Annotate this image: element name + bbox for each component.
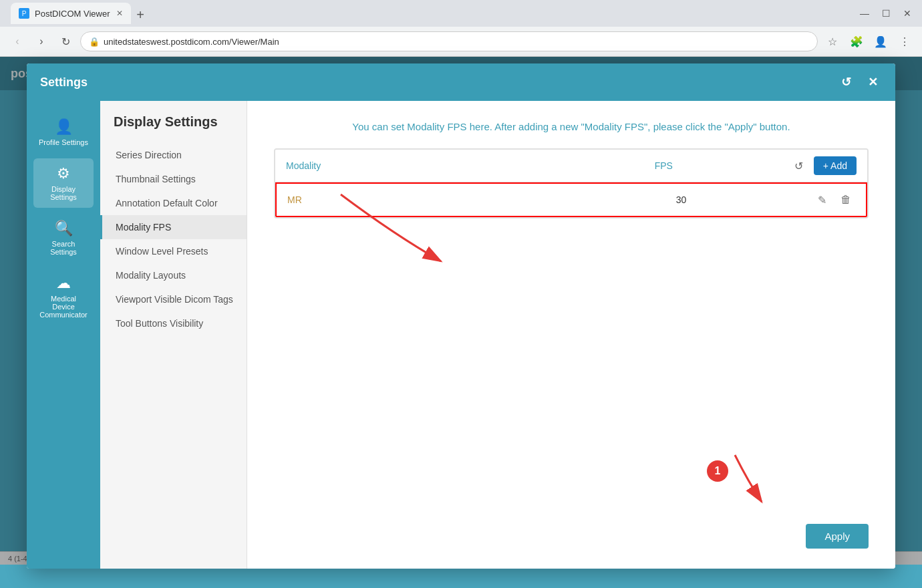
annotation-arrow-2 (695, 442, 828, 529)
address-bar[interactable]: 🔒 unitedstateswest.postdicom.com/Viewer/… (80, 31, 818, 51)
address-bar-row: ‹ › ↻ 🔒 unitedstateswest.postdicom.com/V… (0, 27, 922, 56)
fps-add-button[interactable]: + Add (814, 156, 857, 175)
sidebar-item-profile[interactable]: 👤 Profile Settings (33, 112, 94, 153)
fps-row-actions: ✎ 🗑 (812, 190, 855, 209)
info-text: You can set Modality FPS here. After add… (274, 121, 869, 132)
app-wrapper: postDICOM Settings ↺ ✕ 👤 Profile Setting… (0, 57, 922, 565)
sub-nav-tool-buttons-visibility[interactable]: Tool Buttons Visibility (100, 311, 247, 335)
forward-button[interactable]: › (32, 32, 51, 51)
profile-icon[interactable]: 👤 (871, 32, 890, 51)
sidebar-item-medical[interactable]: ☁ Medical Device Communicator (33, 268, 94, 325)
active-tab[interactable]: P PostDICOM Viewer ✕ (11, 3, 131, 24)
fps-table-header: Modality FPS ↺ + Add (275, 150, 867, 182)
sub-nav: Display Settings Series Direction Thumbn… (100, 101, 247, 569)
sidebar-item-display-label: Display Settings (39, 185, 88, 201)
browser-toolbar-icons: ☆ 🧩 👤 ⋮ (823, 32, 914, 51)
sub-nav-modality-layouts[interactable]: Modality Layouts (100, 263, 247, 287)
settings-modal-overlay: Settings ↺ ✕ 👤 Profile Settings ⚙ Dis (0, 57, 922, 565)
col-modality-header: Modality (286, 160, 538, 171)
search-settings-icon: 🔍 (55, 220, 73, 237)
window-close-button[interactable]: ✕ (898, 4, 917, 23)
title-bar: P PostDICOM Viewer ✕ + — ☐ ✕ (0, 0, 922, 27)
sub-nav-annotation-default-color[interactable]: Annotation Default Color (100, 191, 247, 215)
apply-button[interactable]: Apply (806, 524, 869, 549)
sub-nav-modality-fps[interactable]: Modality FPS (100, 215, 247, 239)
browser-chrome: P PostDICOM Viewer ✕ + — ☐ ✕ ‹ › ↻ 🔒 uni… (0, 0, 922, 57)
fps-row-fps: 30 (550, 194, 812, 205)
settings-reset-icon[interactable]: ↺ (836, 73, 855, 92)
settings-header-icons: ↺ ✕ (836, 73, 882, 92)
sidebar-item-display[interactable]: ⚙ Display Settings (33, 158, 94, 208)
sidebar-item-medical-label: Medical Device Communicator (39, 295, 88, 319)
fps-table-reset-icon[interactable]: ↺ (790, 156, 808, 175)
sub-nav-thumbnail-settings[interactable]: Thumbnail Settings (100, 167, 247, 191)
fps-row-modality: MR (287, 194, 550, 205)
display-settings-icon: ⚙ (57, 165, 70, 182)
sub-nav-series-direction[interactable]: Series Direction (100, 143, 247, 167)
fps-table: Modality FPS ↺ + Add MR 30 (274, 148, 869, 218)
sidebar-item-search[interactable]: 🔍 Search Settings (33, 213, 94, 263)
address-text: unitedstateswest.postdicom.com/Viewer/Ma… (104, 37, 279, 47)
sub-nav-window-level-presets[interactable]: Window Level Presets (100, 239, 247, 263)
settings-body: 👤 Profile Settings ⚙ Display Settings 🔍 … (27, 101, 895, 569)
maximize-button[interactable]: ☐ (877, 4, 895, 23)
back-button[interactable]: ‹ (8, 32, 27, 51)
fps-row-delete-button[interactable]: 🗑 (836, 190, 855, 209)
minimize-button[interactable]: — (855, 4, 874, 23)
profile-settings-icon: 👤 (55, 118, 73, 136)
settings-close-icon[interactable]: ✕ (863, 73, 882, 92)
sidebar-item-profile-label: Profile Settings (39, 138, 88, 146)
col-fps-header: FPS (538, 160, 790, 171)
settings-window: Settings ↺ ✕ 👤 Profile Settings ⚙ Dis (27, 63, 895, 569)
sidebar-item-search-label: Search Settings (39, 240, 88, 256)
main-panel: You can set Modality FPS here. After add… (247, 101, 895, 569)
menu-icon[interactable]: ⋮ (895, 32, 914, 51)
fps-header-actions: ↺ + Add (790, 156, 857, 175)
settings-sidebar: 👤 Profile Settings ⚙ Display Settings 🔍 … (27, 101, 100, 569)
extensions-icon[interactable]: 🧩 (847, 32, 866, 51)
fps-table-row: MR 30 ✎ 🗑 (275, 182, 867, 217)
fps-row-edit-button[interactable]: ✎ (812, 190, 831, 209)
reload-button[interactable]: ↻ (56, 32, 75, 51)
tab-favicon: P (19, 8, 29, 19)
settings-content: Display Settings Series Direction Thumbn… (100, 101, 895, 569)
tab-close-icon[interactable]: ✕ (116, 9, 123, 18)
bookmark-icon[interactable]: ☆ (823, 32, 842, 51)
tab-title: PostDICOM Viewer (35, 9, 110, 19)
sub-nav-viewport-visible-dicom-tags[interactable]: Viewport Visible Dicom Tags (100, 287, 247, 311)
sub-nav-title: Display Settings (100, 114, 247, 143)
settings-title: Settings (40, 76, 88, 90)
step-badge-1: 1 (707, 460, 728, 482)
new-tab-button[interactable]: + (131, 5, 150, 24)
medical-device-icon: ☁ (56, 275, 71, 292)
settings-header: Settings ↺ ✕ (27, 63, 895, 101)
